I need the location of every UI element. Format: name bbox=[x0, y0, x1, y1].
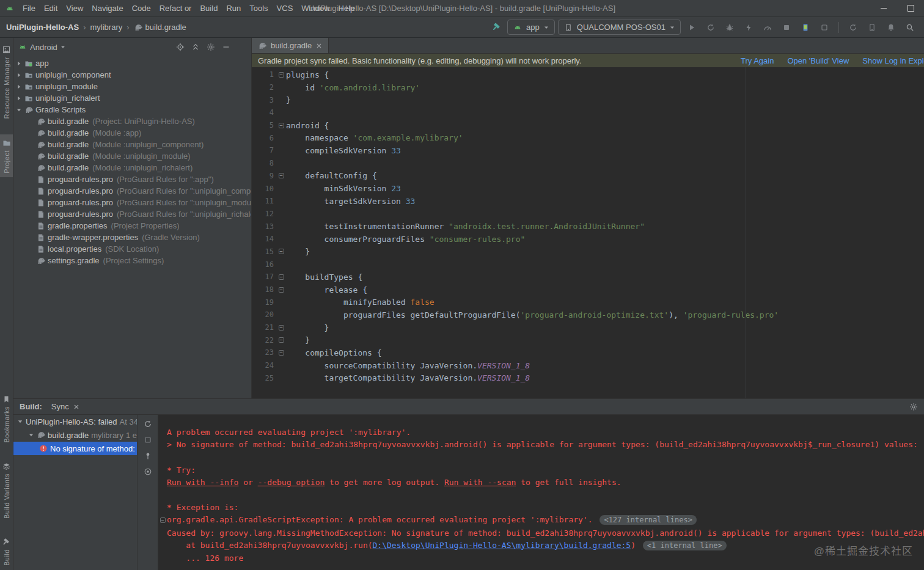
code-line[interactable]: 15− } bbox=[252, 246, 924, 258]
console-link[interactable]: Run with --info bbox=[167, 478, 238, 487]
console-link[interactable]: --debug option bbox=[258, 478, 325, 487]
code-line[interactable]: 9− defaultConfig { bbox=[252, 170, 924, 183]
code-line[interactable]: 22− } bbox=[252, 334, 924, 346]
chevron-right-icon[interactable] bbox=[16, 72, 22, 78]
chevron-down-icon[interactable] bbox=[28, 432, 34, 438]
code-line[interactable]: 6 namespace 'com.example.mylibrary' bbox=[252, 131, 924, 144]
code-line[interactable]: 11 targetSdkVersion 33 bbox=[252, 195, 924, 208]
project-tree-item[interactable]: local.properties(SDK Location) bbox=[13, 243, 251, 255]
pin-button[interactable] bbox=[144, 451, 152, 460]
stop-button[interactable] bbox=[779, 20, 794, 35]
menu-tools[interactable]: Tools bbox=[245, 1, 272, 15]
profiler-button[interactable] bbox=[760, 20, 776, 35]
build-tree-item[interactable]: UniPlugin-Hello-AS: failed At 341 ms bbox=[13, 415, 137, 428]
fold-icon[interactable]: − bbox=[279, 287, 284, 293]
code-line[interactable]: 25 targetCompatibility JavaVersion.VERSI… bbox=[252, 372, 924, 385]
banner-link-0[interactable]: Try Again bbox=[741, 56, 774, 65]
maximize-button[interactable] bbox=[897, 0, 924, 16]
chevron-down-icon[interactable] bbox=[17, 418, 23, 425]
rerun-button[interactable] bbox=[144, 420, 152, 428]
project-tree-item[interactable]: proguard-rules.pro(ProGuard Rules for ":… bbox=[13, 208, 251, 220]
code-line[interactable]: 16 bbox=[252, 258, 924, 271]
banner-link-1[interactable]: Open 'Build' View bbox=[787, 56, 849, 65]
project-tree-item[interactable]: uniplugin_component bbox=[13, 69, 251, 81]
tool-window-button-resource-manager[interactable]: Resource Manager bbox=[0, 42, 13, 123]
code-line[interactable]: 3} bbox=[252, 93, 924, 106]
project-tree-item[interactable]: proguard-rules.pro(ProGuard Rules for ":… bbox=[13, 174, 251, 185]
project-tree-item[interactable]: gradle-wrapper.properties(Gradle Version… bbox=[13, 232, 251, 243]
device-mirror-button[interactable] bbox=[864, 20, 880, 35]
menu-vcs[interactable]: VCS bbox=[273, 1, 298, 15]
chevron-right-icon[interactable] bbox=[16, 60, 22, 67]
code-line[interactable]: 1−plugins { bbox=[252, 68, 924, 81]
project-tree-item[interactable]: build.gradle(Module :uniplugin_richalert… bbox=[13, 162, 251, 174]
code-line[interactable]: 20 proguardFiles getDefaultProguardFile(… bbox=[252, 309, 924, 321]
tool-window-button-build[interactable]: Build bbox=[0, 534, 13, 570]
code-line[interactable]: 14 consumerProguardFiles "consumer-rules… bbox=[252, 233, 924, 246]
fold-icon[interactable]: − bbox=[279, 325, 284, 331]
run-config-select[interactable]: app bbox=[507, 20, 555, 35]
build-tab-sync[interactable]: Sync bbox=[50, 399, 81, 414]
project-tree-item[interactable]: uniplugin_module bbox=[13, 81, 251, 92]
tool-window-button-build-variants[interactable]: Build Variants bbox=[0, 458, 13, 523]
menu-file[interactable]: File bbox=[18, 1, 40, 15]
project-tree-item[interactable]: settings.gradle(Project Settings) bbox=[13, 255, 251, 266]
project-tree-item[interactable]: proguard-rules.pro(ProGuard Rules for ":… bbox=[13, 185, 251, 197]
sync-project-button[interactable] bbox=[845, 20, 861, 35]
collapse-all-button[interactable] bbox=[191, 43, 200, 51]
build-tree-item[interactable]: No signature of method: build_ bbox=[13, 442, 137, 455]
menu-run[interactable]: Run bbox=[222, 1, 245, 15]
project-tree-item[interactable]: build.gradle(Module :uniplugin_module) bbox=[13, 150, 251, 162]
project-view-selector[interactable]: Android bbox=[18, 43, 65, 52]
code-line[interactable]: 23− compileOptions { bbox=[252, 346, 924, 359]
menu-code[interactable]: Code bbox=[128, 1, 155, 15]
apply-code-changes-button[interactable] bbox=[741, 20, 757, 35]
device-manager-button[interactable] bbox=[798, 20, 813, 35]
menu-window[interactable]: Window bbox=[297, 1, 334, 15]
breadcrumb-project[interactable]: UniPlugin-Hello-AS bbox=[6, 23, 79, 32]
code-line[interactable]: 13 testInstrumentationRunner "androidx.t… bbox=[252, 220, 924, 233]
project-tree-item[interactable]: uniplugin_richalert bbox=[13, 92, 251, 104]
editor-tab-build-gradle[interactable]: build.gradle bbox=[252, 38, 329, 53]
console-link[interactable]: D:\Desktop\UniPlugin-Hello-AS\mylibrary\… bbox=[373, 541, 631, 550]
code-line[interactable]: 2 id 'com.android.library' bbox=[252, 81, 924, 94]
apply-changes-button[interactable] bbox=[703, 20, 719, 35]
locate-button[interactable] bbox=[176, 43, 185, 51]
breadcrumb-build-gradle[interactable]: build.gradle bbox=[134, 23, 186, 32]
menu-build[interactable]: Build bbox=[196, 1, 222, 15]
project-tree-item[interactable]: Gradle Scripts bbox=[13, 104, 251, 115]
run-button[interactable] bbox=[684, 20, 700, 35]
project-tree-item[interactable]: build.gradle(Project: UniPlugin-Hello-AS… bbox=[13, 115, 251, 127]
close-tab-icon[interactable] bbox=[316, 43, 322, 49]
fold-icon[interactable]: − bbox=[279, 173, 284, 178]
chevron-down-icon[interactable] bbox=[16, 107, 22, 113]
fold-icon[interactable]: − bbox=[279, 350, 284, 356]
inspect-button[interactable] bbox=[144, 467, 152, 476]
tool-window-button-project[interactable]: Project bbox=[0, 134, 13, 178]
debug-button[interactable] bbox=[722, 20, 738, 35]
code-line[interactable]: 24 sourceCompatibility JavaVersion.VERSI… bbox=[252, 359, 924, 372]
code-line[interactable]: 12 bbox=[252, 208, 924, 221]
project-tree-item[interactable]: build.gradle(Module :app) bbox=[13, 127, 251, 139]
project-tree-item[interactable]: build.gradle(Module :uniplugin_component… bbox=[13, 139, 251, 150]
fold-icon[interactable]: − bbox=[279, 249, 284, 254]
fold-icon[interactable]: − bbox=[279, 123, 284, 128]
chevron-right-icon[interactable] bbox=[16, 95, 22, 101]
menu-refactor[interactable]: Refact or bbox=[155, 1, 196, 15]
menu-navigate[interactable]: Navigate bbox=[87, 1, 127, 15]
project-tree-item[interactable]: gradle.properties(Project Properties) bbox=[13, 220, 251, 232]
code-line[interactable]: 5−android { bbox=[252, 119, 924, 132]
console-link[interactable]: Run with --scan bbox=[444, 478, 516, 487]
fold-icon[interactable]: − bbox=[279, 337, 284, 343]
code-line[interactable]: 7 compileSdkVersion 33 bbox=[252, 144, 924, 157]
code-line[interactable]: 8 bbox=[252, 157, 924, 170]
menu-edit[interactable]: Edit bbox=[40, 1, 62, 15]
code-line[interactable]: 18− release { bbox=[252, 283, 924, 296]
breadcrumb-mylibrary[interactable]: mylibrary bbox=[90, 23, 123, 32]
banner-link-2[interactable]: Show Log in Explorer bbox=[862, 56, 924, 65]
code-line[interactable]: 4 bbox=[252, 106, 924, 119]
project-tree-item[interactable]: proguard-rules.pro(ProGuard Rules for ":… bbox=[13, 197, 251, 208]
code-line[interactable]: 21− } bbox=[252, 321, 924, 334]
code-line[interactable]: 19 minifyEnabled false bbox=[252, 296, 924, 309]
stop-square-button[interactable] bbox=[144, 436, 152, 444]
